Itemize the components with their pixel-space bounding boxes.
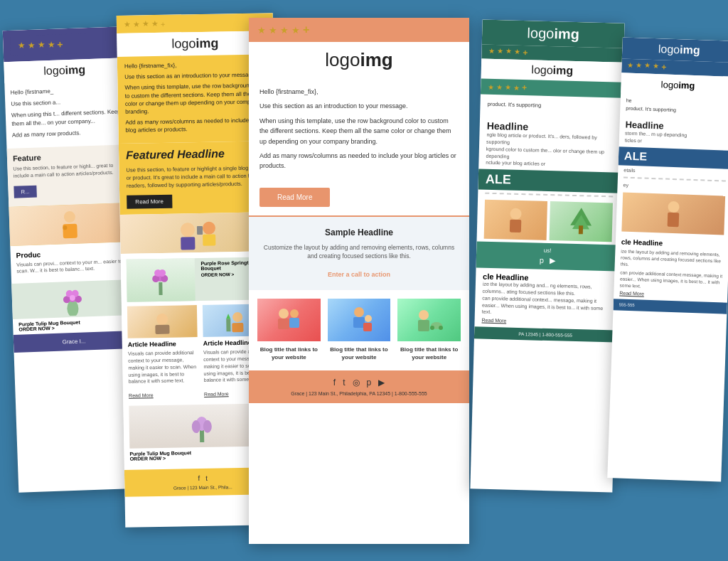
card1-footer-text: Grace I... <box>62 338 85 345</box>
card3-blog3-image <box>397 299 461 341</box>
template-card-4: logoimg ★ ★ ★ ★ + logoimg ★ ★ ★ ★ + prod… <box>470 19 624 492</box>
card1-read-more-btn[interactable]: R... <box>14 185 36 198</box>
card4-article-text: ize the layout by adding and... ng eleme… <box>482 281 611 319</box>
card1-header: ★ ★ ★ ★ + <box>3 26 124 62</box>
card5-image <box>621 192 725 235</box>
blog2-illustration <box>340 301 379 340</box>
card3-footer: f t ◎ p ▶ Grace | 123 Main St., Philadel… <box>249 370 469 403</box>
svg-rect-11 <box>181 237 195 250</box>
card1-stars: ★ ★ ★ ★ + <box>10 33 117 56</box>
svg-point-49 <box>668 201 680 213</box>
card5-body: he product. It's supporting <box>620 92 728 120</box>
card2-article1-text: Visuals can provide additional context t… <box>128 349 198 385</box>
card4-tree-illustration <box>567 203 596 240</box>
svg-rect-50 <box>668 213 680 228</box>
card3-twitter-icon: t <box>343 378 345 388</box>
card4-ale-text: ALE <box>486 172 512 187</box>
svg-rect-14 <box>197 226 203 235</box>
card3-blog1-image <box>257 299 321 341</box>
card2-logo-bold: img <box>196 36 218 50</box>
card5-ey: ey <box>617 180 728 193</box>
card5-star-add: + <box>661 62 666 72</box>
card5-logo: logoimg <box>658 43 700 56</box>
card4-pinterest-icon: p <box>540 256 544 265</box>
card4-logo-header: logoimg <box>482 19 625 48</box>
svg-rect-15 <box>159 282 163 295</box>
card3-pinterest-icon: p <box>367 378 372 388</box>
svg-point-31 <box>279 309 289 319</box>
card1-greeting: Hello {firstname_ <box>11 85 120 97</box>
flower1-icon <box>148 264 173 296</box>
card3-star3: ★ <box>280 25 289 36</box>
selfie-illustration <box>170 215 228 251</box>
card4-footer-text: PA 12345 | 1-800-555-555 <box>518 331 572 338</box>
star-icon: ★ <box>17 41 25 50</box>
card4-logo2: logoimg <box>531 63 573 77</box>
card3-star4: ★ <box>291 25 300 36</box>
star-add-icon: + <box>57 38 63 50</box>
card3-blog-row: Blog title that links to your website Bl… <box>257 299 461 361</box>
card3-blog1: Blog title that links to your website <box>257 299 321 361</box>
card3-sample-section: Sample Headline Customize the layout by … <box>249 217 469 291</box>
card3-blog3: Blog title that links to your website <box>397 299 461 361</box>
svg-point-35 <box>354 307 364 317</box>
card4-images-row <box>476 197 620 245</box>
card3-body1: When using this template, use the row ba… <box>259 116 459 146</box>
star-icon: ★ <box>37 40 45 50</box>
card1-featured: Feature Use this section, to feature or … <box>7 144 130 206</box>
card1-person-image <box>9 203 131 246</box>
card2-hello: Hello {firstname_fix}, <box>124 60 267 70</box>
card4-desc: ngle blog article or product. It's... de… <box>486 132 614 170</box>
card2-facebook-icon: f <box>198 474 200 482</box>
card4-image2 <box>550 201 613 242</box>
card1-featured-text: Use this section, to feature or highli..… <box>13 161 123 179</box>
card4-headline-section: Headline ngle blog article or product. I… <box>478 117 622 173</box>
card1-image <box>9 203 131 246</box>
svg-point-21 <box>156 314 168 325</box>
card1-body: Hello {firstname_ Use this section a... … <box>4 79 127 149</box>
card3-sample-cta[interactable]: Enter a call to action <box>328 271 390 278</box>
svg-point-23 <box>232 312 242 322</box>
card4-star2-1: ★ <box>488 82 494 90</box>
card1-featured-title: Feature <box>13 150 122 162</box>
card5-read-more[interactable]: Read More <box>619 291 722 299</box>
card4-star2-add: + <box>522 82 527 92</box>
card4-logo2-bold: img <box>553 64 574 77</box>
svg-point-33 <box>290 309 299 318</box>
card4-body: product. It's supporting <box>480 94 623 120</box>
star-icon: ★ <box>47 40 55 50</box>
card1-body-line3: Add as many row products. <box>12 127 122 139</box>
card2-read-more-btn[interactable]: Read More <box>127 195 172 209</box>
svg-rect-25 <box>226 319 230 331</box>
card4-star3: ★ <box>505 47 512 57</box>
card5-star2: ★ <box>636 61 642 71</box>
card4-star2-3: ★ <box>505 83 511 91</box>
card2-article1-read-more[interactable]: Read More <box>129 392 154 398</box>
card4-star1: ★ <box>488 47 495 57</box>
card5-star1: ★ <box>627 61 633 71</box>
card4-social-section: us! p ▶ <box>476 242 619 272</box>
card3-read-more-btn[interactable]: Read More <box>259 188 330 207</box>
flower-illustration <box>50 283 95 316</box>
svg-rect-24 <box>232 323 243 332</box>
card2-article1-title: Article Headline <box>128 340 198 348</box>
svg-point-42 <box>430 326 434 330</box>
card3-hello: Hello {firstname_fix}, <box>259 87 459 97</box>
card5-footer-text: 555-555 <box>619 303 635 308</box>
card2-featured-desc: Use this section, to feature or highligh… <box>126 164 269 190</box>
svg-rect-32 <box>278 319 289 329</box>
svg-rect-34 <box>289 318 299 328</box>
card2-star1: ★ <box>124 20 131 29</box>
card2-article1: Article Headline Visuals can provide add… <box>127 305 198 400</box>
blog3-illustration <box>410 301 449 340</box>
svg-point-0 <box>64 211 76 223</box>
card3-instagram-icon: ◎ <box>353 378 360 388</box>
card5-person-illustration <box>658 195 688 231</box>
template-card-3: ★ ★ ★ ★ + logoimg Hello {firstname_fix},… <box>249 18 469 544</box>
card3-star2: ★ <box>269 25 277 36</box>
card3-facebook-icon: f <box>333 378 336 388</box>
card4-read-more[interactable]: Read More <box>482 318 610 326</box>
card2-article2-read-more[interactable]: Read More <box>204 392 229 397</box>
svg-rect-36 <box>353 317 365 328</box>
card5-logo2-bold: img <box>678 80 695 91</box>
